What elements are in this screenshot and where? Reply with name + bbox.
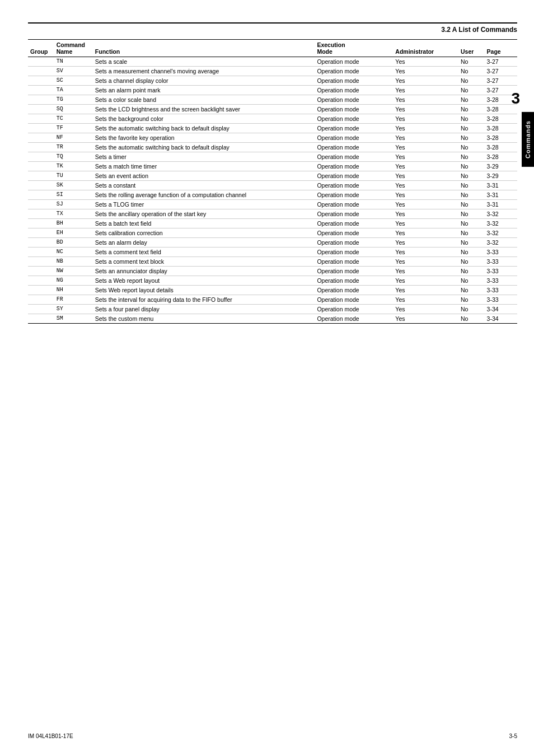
cell-group <box>28 143 54 152</box>
cell-exec-mode: Operation mode <box>315 67 393 76</box>
cell-administrator: Yes <box>393 67 458 76</box>
cell-user: No <box>458 133 485 143</box>
cell-group <box>28 267 54 276</box>
cell-user: No <box>458 105 485 114</box>
cell-command: BD <box>54 238 93 248</box>
cell-exec-mode: Operation mode <box>315 228 393 238</box>
cell-administrator: Yes <box>393 295 458 305</box>
table-row: BDSets an alarm delayOperation modeYesNo… <box>28 238 517 248</box>
cell-exec-mode: Operation mode <box>315 200 393 209</box>
cell-command: TK <box>54 162 93 171</box>
cell-command: TF <box>54 124 93 133</box>
cell-group <box>28 171 54 181</box>
cell-page: 3-27 <box>485 67 517 76</box>
table-row: TXSets the ancillary operation of the st… <box>28 209 517 219</box>
table-row: SVSets a measurement channel's moving av… <box>28 67 517 76</box>
cell-page: 3-34 <box>485 314 517 324</box>
cell-group <box>28 209 54 219</box>
cell-user: No <box>458 76 485 86</box>
cell-function: Sets a color scale band <box>93 95 315 105</box>
cell-page: 3-29 <box>485 162 517 171</box>
cell-group <box>28 57 54 67</box>
cell-administrator: Yes <box>393 171 458 181</box>
cell-group <box>28 238 54 248</box>
cell-page: 3-32 <box>485 238 517 248</box>
cell-command: TR <box>54 143 93 152</box>
side-tab: Commands <box>522 112 534 167</box>
cell-function: Sets a channel display color <box>93 76 315 86</box>
cell-administrator: Yes <box>393 105 458 114</box>
cell-exec-mode: Operation mode <box>315 57 393 67</box>
cell-user: No <box>458 248 485 257</box>
cell-function: Sets a comment text block <box>93 257 315 267</box>
cell-function: Sets Web report layout details <box>93 286 315 295</box>
cell-exec-mode: Operation mode <box>315 124 393 133</box>
cell-exec-mode: Operation mode <box>315 114 393 124</box>
footer: IM 04L41B01-17E 3-5 <box>28 733 517 739</box>
cell-administrator: Yes <box>393 200 458 209</box>
table-row: SMSets the custom menuOperation modeYesN… <box>28 314 517 324</box>
cell-page: 3-27 <box>485 76 517 86</box>
cell-exec-mode: Operation mode <box>315 314 393 324</box>
col-header-function: Function <box>93 40 315 57</box>
cell-function: Sets a comment text field <box>93 248 315 257</box>
cell-page: 3-33 <box>485 248 517 257</box>
cell-command: NF <box>54 133 93 143</box>
cell-administrator: Yes <box>393 124 458 133</box>
cell-group <box>28 114 54 124</box>
cell-user: No <box>458 286 485 295</box>
cell-command: SI <box>54 190 93 200</box>
cell-exec-mode: Operation mode <box>315 86 393 95</box>
cell-page: 3-31 <box>485 181 517 190</box>
cell-function: Sets a measurement channel's moving aver… <box>93 67 315 76</box>
cell-user: No <box>458 86 485 95</box>
cell-administrator: Yes <box>393 314 458 324</box>
cell-user: No <box>458 114 485 124</box>
cell-page: 3-27 <box>485 57 517 67</box>
cell-administrator: Yes <box>393 276 458 286</box>
cell-command: FR <box>54 295 93 305</box>
cell-group <box>28 286 54 295</box>
cell-user: No <box>458 162 485 171</box>
cell-command: TA <box>54 86 93 95</box>
cell-group <box>28 124 54 133</box>
cell-exec-mode: Operation mode <box>315 105 393 114</box>
cell-page: 3-33 <box>485 257 517 267</box>
table-row: NWSets an annunciator displayOperation m… <box>28 267 517 276</box>
cell-exec-mode: Operation mode <box>315 286 393 295</box>
cell-administrator: Yes <box>393 248 458 257</box>
cell-administrator: Yes <box>393 152 458 162</box>
section-title: 3.2 A List of Commands <box>441 26 517 34</box>
table-row: SJSets a TLOG timerOperation modeYesNo3-… <box>28 200 517 209</box>
cell-user: No <box>458 228 485 238</box>
cell-page: 3-33 <box>485 286 517 295</box>
cell-exec-mode: Operation mode <box>315 162 393 171</box>
cell-exec-mode: Operation mode <box>315 152 393 162</box>
col-header-user: User <box>458 40 485 57</box>
cell-command: SC <box>54 76 93 86</box>
cell-administrator: Yes <box>393 228 458 238</box>
cell-group <box>28 248 54 257</box>
cell-user: No <box>458 276 485 286</box>
cell-group <box>28 181 54 190</box>
table-row: FRSets the interval for acquiring data t… <box>28 295 517 305</box>
cell-user: No <box>458 171 485 181</box>
col-header-command: CommandName <box>54 40 93 57</box>
table-row: TFSets the automatic switching back to d… <box>28 124 517 133</box>
cell-page: 3-28 <box>485 152 517 162</box>
cell-function: Sets an alarm delay <box>93 238 315 248</box>
cell-function: Sets the custom menu <box>93 314 315 324</box>
cell-function: Sets the automatic switching back to def… <box>93 143 315 152</box>
cell-command: NB <box>54 257 93 267</box>
col-header-group: Group <box>28 40 54 57</box>
cell-user: No <box>458 209 485 219</box>
cell-administrator: Yes <box>393 267 458 276</box>
cell-command: TX <box>54 209 93 219</box>
table-row: SQSets the LCD brightness and the screen… <box>28 105 517 114</box>
cell-function: Sets a TLOG timer <box>93 200 315 209</box>
cell-administrator: Yes <box>393 305 458 314</box>
cell-group <box>28 133 54 143</box>
cell-command: SK <box>54 181 93 190</box>
cell-group <box>28 190 54 200</box>
cell-group <box>28 314 54 324</box>
